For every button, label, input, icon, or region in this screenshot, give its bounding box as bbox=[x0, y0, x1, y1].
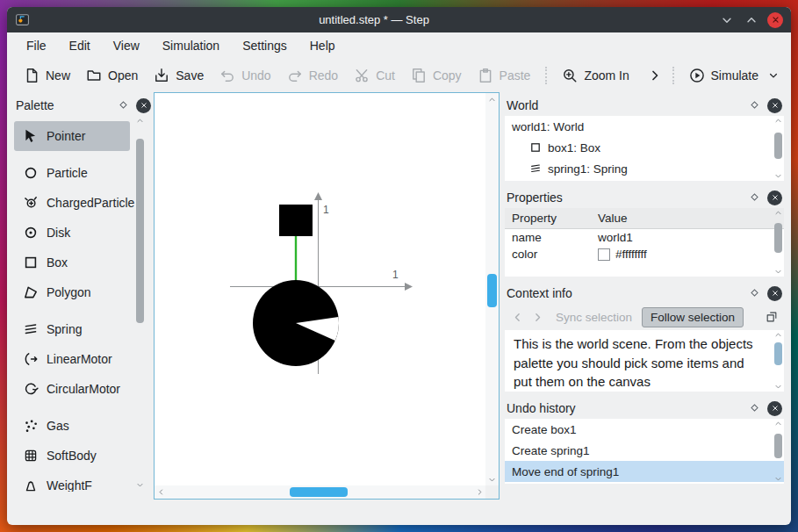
palette-item-weightforce[interactable]: WeightF bbox=[14, 471, 130, 492]
circular-motor-icon bbox=[23, 381, 39, 397]
palette-item-gas[interactable]: Gas bbox=[14, 411, 130, 441]
chevron-up-icon bbox=[774, 117, 782, 125]
context-info-panel: Context info Sync selection Follow selec… bbox=[505, 283, 784, 392]
palette-item-chargedparticle[interactable]: ChargedParticle bbox=[14, 188, 130, 218]
palette-close-button[interactable] bbox=[136, 98, 151, 113]
simulate-dropdown-button[interactable] bbox=[766, 68, 780, 83]
maximize-button[interactable] bbox=[743, 11, 760, 29]
undo-item-create-spring1[interactable]: Create spring1 bbox=[505, 440, 784, 461]
properties-scrollbar[interactable] bbox=[773, 208, 784, 277]
palette-item-pointer[interactable]: Pointer bbox=[14, 121, 130, 151]
app-icon bbox=[15, 12, 30, 27]
menu-edit[interactable]: Edit bbox=[69, 39, 90, 53]
scroll-up-button[interactable] bbox=[134, 116, 146, 126]
minimize-button[interactable] bbox=[718, 11, 736, 29]
scrollbar-thumb[interactable] bbox=[136, 139, 144, 323]
world-float-button[interactable] bbox=[749, 99, 761, 111]
palette-float-button[interactable] bbox=[118, 99, 130, 111]
properties-panel: Properties Property Value name world1 bbox=[505, 187, 784, 277]
menu-settings[interactable]: Settings bbox=[242, 39, 287, 53]
palette-item-particle[interactable]: Particle bbox=[14, 158, 130, 188]
close-icon bbox=[772, 102, 779, 109]
new-button[interactable]: New bbox=[16, 63, 78, 88]
palette-item-polygon[interactable]: Polygon bbox=[14, 277, 130, 307]
scroll-down-button[interactable] bbox=[773, 267, 784, 277]
paste-button: Paste bbox=[470, 63, 539, 88]
undo-close-button[interactable] bbox=[767, 401, 782, 416]
zoom-in-button[interactable]: Zoom In bbox=[554, 63, 636, 88]
context-panel-title: Context info bbox=[507, 286, 743, 300]
scroll-up-button[interactable] bbox=[773, 116, 784, 126]
scroll-up-button[interactable] bbox=[773, 419, 784, 428]
scrollbar-thumb[interactable] bbox=[774, 434, 782, 458]
palette-item-box[interactable]: Box bbox=[14, 248, 130, 277]
context-scrollbar[interactable] bbox=[773, 330, 784, 392]
world-scrollbar[interactable] bbox=[773, 116, 784, 181]
color-swatch[interactable] bbox=[598, 248, 610, 261]
open-button[interactable]: Open bbox=[78, 63, 146, 88]
palette-item-softbody[interactable]: SoftBody bbox=[14, 441, 130, 471]
menu-help[interactable]: Help bbox=[310, 39, 335, 53]
menu-simulation[interactable]: Simulation bbox=[162, 39, 219, 53]
tree-item-world1[interactable]: world1: World bbox=[505, 116, 784, 137]
scroll-right-button[interactable] bbox=[473, 485, 485, 499]
tree-item-spring1[interactable]: spring1: Spring bbox=[505, 158, 784, 179]
undo-history-panel: Undo history Create box1 Create spring1 … bbox=[505, 398, 784, 484]
world-panel-title: World bbox=[507, 98, 743, 112]
palette-scrollbar[interactable] bbox=[134, 116, 146, 490]
canvas-vertical-scrollbar[interactable] bbox=[485, 93, 499, 485]
palette-item-disk[interactable]: Disk bbox=[14, 218, 130, 248]
palette-title: Palette bbox=[16, 98, 111, 112]
scroll-down-button[interactable] bbox=[773, 171, 784, 181]
scene-view[interactable]: 1 1 bbox=[155, 93, 485, 485]
undo-scrollbar[interactable] bbox=[773, 419, 784, 484]
property-value[interactable]: world1 bbox=[596, 231, 784, 244]
scroll-down-button[interactable] bbox=[773, 474, 784, 484]
menu-view[interactable]: View bbox=[113, 39, 140, 53]
menu-file[interactable]: File bbox=[26, 39, 47, 53]
diamond-icon bbox=[749, 287, 760, 298]
scroll-down-button[interactable] bbox=[773, 382, 784, 392]
undo-float-button[interactable] bbox=[749, 402, 761, 414]
titlebar[interactable]: untitled.step * — Step bbox=[7, 7, 791, 32]
scroll-up-button[interactable] bbox=[773, 330, 784, 340]
scrollbar-thumb[interactable] bbox=[290, 487, 348, 497]
scrollbar-thumb[interactable] bbox=[487, 274, 497, 307]
chevron-right-icon bbox=[648, 68, 662, 83]
chevron-up-icon bbox=[488, 96, 496, 104]
scene-canvas[interactable]: 1 1 bbox=[154, 92, 500, 500]
properties-close-button[interactable] bbox=[767, 191, 782, 205]
scrollbar-thumb[interactable] bbox=[774, 223, 782, 253]
open-in-browser-button[interactable] bbox=[763, 308, 780, 326]
scrollbar-thumb[interactable] bbox=[774, 342, 782, 365]
toolbar-overflow-button[interactable] bbox=[644, 65, 665, 86]
close-button[interactable] bbox=[767, 12, 783, 28]
save-button[interactable]: Save bbox=[146, 63, 212, 88]
undo-item-create-box1[interactable]: Create box1 bbox=[505, 419, 784, 440]
palette-item-spring[interactable]: Spring bbox=[14, 314, 130, 344]
properties-float-button[interactable] bbox=[749, 191, 761, 204]
property-name: name bbox=[505, 231, 596, 244]
x-axis-tick-label: 1 bbox=[392, 269, 399, 281]
scroll-down-button[interactable] bbox=[485, 473, 499, 485]
context-float-button[interactable] bbox=[749, 287, 761, 299]
palette-item-linearmotor[interactable]: LinearMotor bbox=[14, 344, 130, 374]
palette-item-circularmotor[interactable]: CircularMotor bbox=[14, 374, 130, 404]
scroll-down-button[interactable] bbox=[134, 480, 146, 490]
chevron-down-icon bbox=[768, 70, 779, 81]
scroll-up-button[interactable] bbox=[485, 93, 499, 105]
forward-button bbox=[528, 308, 546, 326]
world-close-button[interactable] bbox=[767, 98, 782, 113]
context-close-button[interactable] bbox=[767, 286, 782, 301]
simulate-button[interactable]: Simulate bbox=[681, 63, 766, 88]
chevron-down-icon bbox=[721, 14, 733, 26]
scroll-up-button[interactable] bbox=[773, 208, 784, 218]
scrollbar-thumb[interactable] bbox=[774, 133, 782, 159]
tree-item-box1[interactable]: box1: Box bbox=[505, 137, 784, 158]
canvas-horizontal-scrollbar[interactable] bbox=[155, 485, 485, 499]
close-icon bbox=[772, 290, 779, 297]
undo-item-move-end-of-spring1[interactable]: Move end of spring1 bbox=[505, 461, 784, 482]
box1-shape[interactable] bbox=[279, 205, 313, 236]
scroll-left-button[interactable] bbox=[155, 485, 167, 499]
follow-selection-toggle[interactable]: Follow selection bbox=[642, 307, 744, 327]
